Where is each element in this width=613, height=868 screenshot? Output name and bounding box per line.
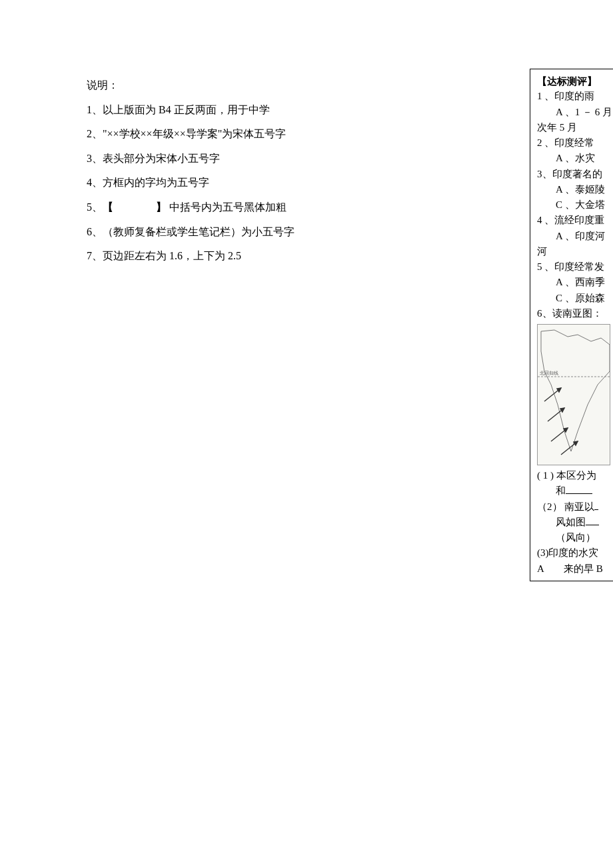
q6-2b: 风如图 — [537, 515, 613, 530]
instruction-item-1: 1、以上版面为 B4 正反两面，用于中学 — [87, 101, 393, 119]
q6-1b-text: 和 — [556, 485, 566, 496]
q5-option-c: C 、原始森 — [537, 291, 613, 306]
q2: 2 、印度经常 — [537, 135, 613, 151]
q4-option-a: A 、印度河 — [537, 229, 613, 244]
blank-3[interactable] — [586, 515, 599, 525]
q2-option-a: A 、水灾 — [537, 151, 613, 166]
instruction-item-5: 5、【 】 中括号内为五号黑体加粗 — [87, 199, 393, 216]
q3: 3、印度著名的 — [537, 167, 613, 182]
q1-option-a: A 、1 － 6 月 — [537, 105, 613, 120]
south-asia-map: 北回归线 — [537, 324, 610, 465]
tropic-label: 北回归线 — [540, 371, 558, 376]
instruction-item-7: 7、页边距左右为 1.6，上下为 2.5 — [87, 247, 393, 265]
instruction-item-2: 2、"××学校××年级××导学案"为宋体五号字 — [87, 125, 393, 143]
q3-option-c: C 、大金塔 — [537, 197, 613, 213]
blank-2[interactable] — [594, 499, 598, 510]
q5: 5 、印度经常发 — [537, 259, 613, 275]
instructions-heading: 说明： — [87, 77, 393, 94]
q6-1b: 和 — [537, 483, 613, 499]
q6-2b-text: 风如图 — [556, 517, 586, 527]
instruction-item-4: 4、方框内的字均为五号字 — [87, 174, 393, 191]
q6-2: （2） 南亚以 — [537, 499, 613, 515]
q6-3: (3)印度的水灾 — [537, 545, 613, 561]
q4: 4 、流经印度重 — [537, 213, 613, 228]
q5-option-a: A 、西南季 — [537, 275, 613, 290]
bold-bracket-sample: 【 】 — [103, 201, 167, 213]
q6-3a: A 来的早 B — [537, 561, 613, 577]
q6-2c: （风向） — [537, 530, 613, 545]
blank-1[interactable] — [566, 483, 592, 494]
instruction-item-3: 3、表头部分为宋体小五号字 — [87, 150, 393, 167]
instruction-item-6: 6、（教师复备栏或学生笔记栏）为小五号字 — [87, 223, 393, 241]
q1-cont: 次年 5 月 — [537, 120, 613, 135]
q6-1: ( 1 ) 本区分为 — [537, 468, 613, 483]
q1: 1 、印度的雨 — [537, 89, 613, 104]
q4-cont: 河 — [537, 244, 613, 259]
quiz-header: 【达标测评】 — [537, 73, 613, 89]
q3-option-a: A 、泰姬陵 — [537, 182, 613, 197]
map-svg: 北回归线 — [538, 325, 610, 465]
quiz-column: 【达标测评】 1 、印度的雨 A 、1 － 6 月 次年 5 月 2 、印度经常… — [530, 69, 613, 581]
instructions-column: 说明： 1、以上版面为 B4 正反两面，用于中学 2、"××学校××年级××导学… — [87, 77, 393, 272]
q6: 6、读南亚图： — [537, 306, 613, 321]
